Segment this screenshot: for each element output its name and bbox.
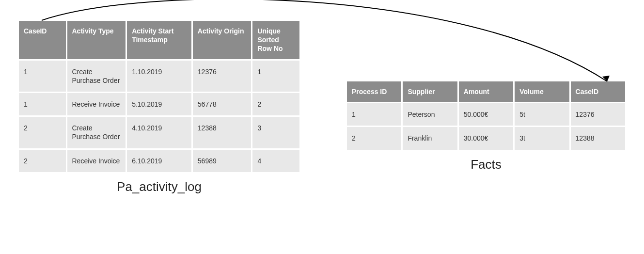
activity-log-table-block: CaseID Activity Type Activity Start Time… xyxy=(17,19,301,194)
col-header: Unique Sorted Row No xyxy=(252,21,299,59)
cell: 1 xyxy=(347,103,401,126)
col-header: Amount xyxy=(459,81,513,102)
cell: 30.000€ xyxy=(459,127,513,149)
col-header: CaseID xyxy=(19,21,66,59)
table-row: 1 Receive Invoice 5.10.2019 56778 2 xyxy=(19,93,299,115)
cell: 5.10.2019 xyxy=(127,93,191,115)
table-row: 2 Franklin 30.000€ 3t 12388 xyxy=(347,127,625,149)
col-header: Activity Type xyxy=(67,21,126,59)
cell: Create Purchase Order xyxy=(67,61,126,92)
col-header: Supplier xyxy=(403,81,457,102)
cell: 2 xyxy=(347,127,401,149)
cell: 2 xyxy=(19,150,66,172)
col-header: Activity Origin xyxy=(193,21,251,59)
cell: 5t xyxy=(515,103,569,126)
diagram-container: CaseID Activity Type Activity Start Time… xyxy=(0,0,644,254)
cell: 56989 xyxy=(193,150,251,172)
facts-table: Process ID Supplier Amount Volume CaseID… xyxy=(346,80,627,151)
cell: Receive Invoice xyxy=(67,93,126,115)
cell: 50.000€ xyxy=(459,103,513,126)
cell: 4 xyxy=(252,150,299,172)
cell: 12376 xyxy=(571,103,625,126)
cell: 1.10.2019 xyxy=(127,61,191,92)
cell: 1 xyxy=(19,61,66,92)
activity-log-caption: Pa_activity_log xyxy=(17,179,301,194)
col-header: CaseID xyxy=(571,81,625,102)
table-row: 2 Receive Invoice 6.10.2019 56989 4 xyxy=(19,150,299,172)
table-row: 1 Create Purchase Order 1.10.2019 12376 … xyxy=(19,61,299,92)
table-row: 1 Peterson 50.000€ 5t 12376 xyxy=(347,103,625,126)
activity-log-table: CaseID Activity Type Activity Start Time… xyxy=(17,19,301,174)
cell: Peterson xyxy=(403,103,457,126)
cell: 56778 xyxy=(193,93,251,115)
cell: 3t xyxy=(515,127,569,149)
cell: 12388 xyxy=(193,117,251,148)
cell: Franklin xyxy=(403,127,457,149)
cell: 2 xyxy=(19,117,66,148)
cell: 6.10.2019 xyxy=(127,150,191,172)
facts-caption: Facts xyxy=(346,157,627,172)
cell: 12388 xyxy=(571,127,625,149)
cell: 2 xyxy=(252,93,299,115)
cell: 12376 xyxy=(193,61,251,92)
table-header-row: Process ID Supplier Amount Volume CaseID xyxy=(347,81,625,102)
cell: Receive Invoice xyxy=(67,150,126,172)
cell: 4.10.2019 xyxy=(127,117,191,148)
cell: 1 xyxy=(252,61,299,92)
col-header: Volume xyxy=(515,81,569,102)
table-row: 2 Create Purchase Order 4.10.2019 12388 … xyxy=(19,117,299,148)
cell: Create Purchase Order xyxy=(67,117,126,148)
cell: 3 xyxy=(252,117,299,148)
col-header: Process ID xyxy=(347,81,401,102)
facts-table-block: Process ID Supplier Amount Volume CaseID… xyxy=(346,80,627,172)
col-header: Activity Start Timestamp xyxy=(127,21,191,59)
cell: 1 xyxy=(19,93,66,115)
table-header-row: CaseID Activity Type Activity Start Time… xyxy=(19,21,299,59)
